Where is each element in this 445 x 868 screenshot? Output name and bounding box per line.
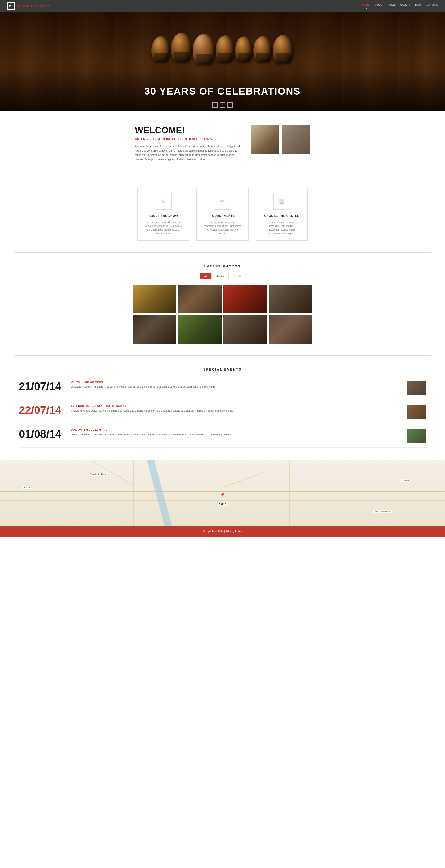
photo-4[interactable] <box>269 285 313 313</box>
helmet-7 <box>273 35 294 63</box>
helmet-6 <box>253 36 272 62</box>
nav-link-gallery[interactable]: Gallery <box>400 3 410 6</box>
feature-icon-tournaments: ✏ <box>214 193 231 210</box>
helmet-2 <box>171 33 192 62</box>
feature-title-castle: CHOOSE THE CASTLE <box>263 214 300 218</box>
logo[interactable]: MT Medieval Dinner Theatre <box>7 2 50 10</box>
event-desc-3: Qer um iriure dolor in hendrerit in vole… <box>71 433 403 437</box>
event-tag-1: UT WISI ENIM AD MINIM <box>71 381 403 383</box>
nav-link-contacts[interactable]: Contacts <box>426 3 438 6</box>
feature-icon-show: ⚔ <box>155 193 172 210</box>
event-desc-2: Vndrerit in voleslie consequat, vel illu… <box>71 409 403 413</box>
helmet-5 <box>235 36 253 62</box>
photo-3[interactable] <box>224 285 267 313</box>
nav-item-gallery[interactable]: Gallery <box>400 2 410 9</box>
map-section[interactable]: 📍 PARIS Bois de Boulogne Montreuil Nante… <box>0 460 445 526</box>
photos-section-title: LATEST PHOTOS <box>14 265 431 268</box>
feature-icon-castle: ⬜ <box>273 193 290 210</box>
event-desc-1: Duis autem vel eum iriure dolor in voles… <box>71 385 403 389</box>
feature-title-show: ABOUT THE SHOW <box>145 214 182 218</box>
event-1: 21/07/14 UT WISI ENIM AD MINIM Duis aute… <box>19 376 426 400</box>
feature-show: ⚔ ABOUT THE SHOW Cel eum iriure dolor in… <box>137 188 189 241</box>
map-road-h1 <box>0 491 445 492</box>
photos-section: LATEST PHOTOS All Dishes People <box>0 253 445 355</box>
helmet-4 <box>216 35 235 63</box>
filter-dishes[interactable]: Dishes <box>211 273 229 279</box>
photo-5[interactable] <box>132 315 176 344</box>
nav-item-about[interactable]: About <box>375 2 383 9</box>
map-road-v3 <box>289 460 290 526</box>
nav-item-news[interactable]: News <box>388 2 396 9</box>
helmet-3 <box>193 34 215 65</box>
map-label-2: Montreuil <box>400 479 410 482</box>
hero-icons: ❑ ♡ ❑ <box>212 102 233 107</box>
navbar: MT Medieval Dinner Theatre Home▼ About N… <box>0 0 445 12</box>
event-3: 01/08/14 DUIS AUTEM VEL EUM IRIU Qer um … <box>19 424 426 448</box>
hero-section: 30 YEARS OF CELEBRATIONS ❑ ♡ ❑ <box>0 12 445 111</box>
hero-icon-1[interactable]: ❑ <box>212 102 217 107</box>
dropdown-arrow-home: ▼ <box>362 7 370 9</box>
map-label-4: Fontenay-sous-Bois <box>373 510 391 513</box>
nav-link-home[interactable]: Home <box>362 3 370 6</box>
map-water <box>146 460 173 526</box>
welcome-body: Autem vel eum iriure dolor in hendrerit … <box>135 144 244 162</box>
footer-copyright: Copyright © 2014 | <box>203 530 225 533</box>
map-label-1: Bois de Boulogne <box>89 473 107 476</box>
nav-link-blog[interactable]: Blog <box>415 3 421 6</box>
map-background: 📍 PARIS Bois de Boulogne Montreuil Nante… <box>0 460 445 526</box>
map-city-label: PARIS <box>217 503 228 506</box>
feature-body-show: Cel eum iriure dolor in hendrerit in vol… <box>145 220 182 236</box>
hero-icon-2[interactable]: ♡ <box>220 102 225 107</box>
hero-icon-3[interactable]: ❑ <box>228 102 233 107</box>
event-content-1: UT WISI ENIM AD MINIM Duis autem vel eum… <box>71 381 403 389</box>
map-label-3: Nanterre <box>22 486 31 489</box>
welcome-section: WELCOME! AUTEM VEL EUM IRIURE DOLOR IN H… <box>116 111 329 176</box>
nav-links: Home▼ About News Gallery Blog Contacts <box>362 2 438 9</box>
photo-2[interactable] <box>178 285 221 313</box>
event-date-2: 22/07/14 <box>19 405 66 415</box>
nav-item-blog[interactable]: Blog <box>415 2 421 9</box>
events-section: SPECIAL EVENTS 21/07/14 UT WISI ENIM AD … <box>0 356 445 460</box>
filter-all[interactable]: All <box>200 273 211 279</box>
nav-link-about[interactable]: About <box>375 3 383 6</box>
map-road-h3 <box>0 500 445 501</box>
filter-tabs: All Dishes People <box>14 273 431 279</box>
filter-people[interactable]: People <box>229 273 245 279</box>
map-road-v2 <box>134 460 134 526</box>
features-section: ⚔ ABOUT THE SHOW Cel eum iriure dolor in… <box>0 176 445 252</box>
welcome-images <box>251 125 310 154</box>
photo-grid <box>132 285 313 344</box>
map-road-v1 <box>213 460 214 526</box>
feature-castle: ⬜ CHOOSE THE CASTLE Claritas est etiam p… <box>256 188 308 241</box>
event-thumb-3 <box>407 429 426 443</box>
photo-7[interactable] <box>224 315 267 344</box>
welcome-text: WELCOME! AUTEM VEL EUM IRIURE DOLOR IN H… <box>135 125 244 162</box>
event-thumb-2 <box>407 405 426 419</box>
welcome-subtitle: AUTEM VEL EUM IRIURE DOLOR IN HENDRERIT … <box>135 137 244 141</box>
photo-1[interactable] <box>132 285 176 313</box>
footer: Copyright © 2014 | Privacy Policy <box>0 526 445 537</box>
events-section-title: SPECIAL EVENTS <box>19 368 426 371</box>
photo-6[interactable] <box>178 315 221 344</box>
photo-8[interactable] <box>269 315 313 344</box>
welcome-heading: WELCOME! <box>135 125 244 135</box>
map-road-h2 <box>0 485 445 485</box>
event-date-1: 21/07/14 <box>19 381 66 392</box>
event-tag-3: DUIS AUTEM VEL EUM IRIU <box>71 429 403 431</box>
helmets-decoration <box>0 12 445 86</box>
nav-link-news[interactable]: News <box>388 3 396 6</box>
event-date-3: 01/08/14 <box>19 429 66 439</box>
nav-item-contacts[interactable]: Contacts <box>426 2 438 9</box>
feature-tournaments: ✏ TOURNAMENTS Lorem ipsum dolor sit amet… <box>197 188 248 241</box>
map-pin: 📍 <box>219 493 226 499</box>
nav-item-home[interactable]: Home▼ <box>362 2 370 9</box>
welcome-image-person <box>282 125 310 154</box>
event-2: 22/07/14 TYPI NON HABENT CLARITATEM INSI… <box>19 400 426 424</box>
footer-privacy-link[interactable]: Privacy Policy <box>226 530 242 533</box>
helmet-1 <box>151 36 171 62</box>
event-content-3: DUIS AUTEM VEL EUM IRIU Qer um iriure do… <box>71 429 403 437</box>
event-tag-2: TYPI NON HABENT CLARITATEM INSITAM <box>71 405 403 407</box>
feature-body-castle: Claritas est etiam processus dynamicus, … <box>263 220 300 236</box>
feature-title-tournaments: TOURNAMENTS <box>204 214 241 218</box>
event-thumb-1 <box>407 381 426 395</box>
